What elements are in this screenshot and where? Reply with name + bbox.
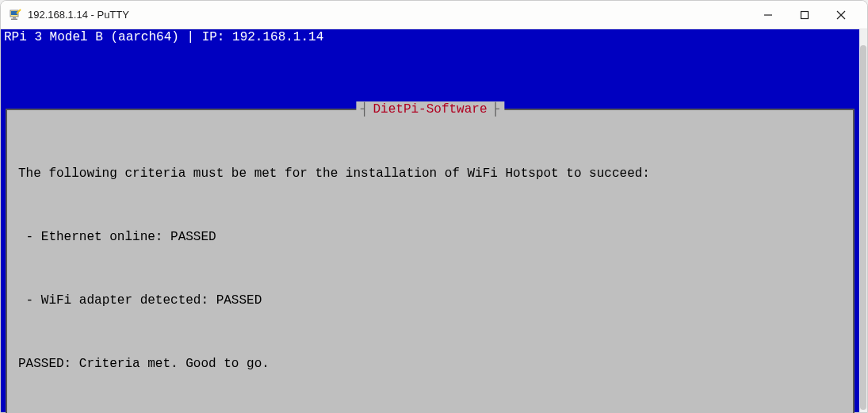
window-controls [750,1,859,29]
criteria-wifi: - WiFi adapter detected: PASSED [18,293,842,308]
title-bar-right: ├ [492,101,500,117]
svg-rect-3 [11,18,17,20]
titlebar[interactable]: 192.168.1.14 - PuTTY [1,1,867,29]
maximize-button[interactable] [786,1,823,29]
scrollbar-track[interactable] [859,29,867,412]
status-line: RPi 3 Model B (aarch64) | IP: 192.168.1.… [1,29,859,45]
dialog-intro: The following criteria must be met for t… [18,166,842,182]
terminal-area[interactable]: RPi 3 Model B (aarch64) | IP: 192.168.1.… [1,29,867,412]
scrollbar-thumb[interactable] [860,45,866,410]
putty-icon [9,9,21,21]
svg-rect-5 [801,11,809,18]
criteria-result: PASSED: Criteria met. Good to go. [18,356,842,372]
dialog-body: The following criteria must be met for t… [18,134,842,413]
svg-rect-2 [13,17,16,19]
title-bar-left: ┤ [361,101,369,117]
dialog-wrapper: ┤ DietPi-Software ├ The following criter… [6,109,855,413]
dietpi-dialog: ┤ DietPi-Software ├ The following criter… [6,109,855,413]
window-title: 192.168.1.14 - PuTTY [28,9,750,21]
putty-window: 192.168.1.14 - PuTTY RPi 3 Model B (aarc… [0,0,868,413]
dialog-title-wrap: ┤ DietPi-Software ├ [356,101,504,117]
minimize-button[interactable] [750,1,786,29]
close-button[interactable] [823,1,859,29]
dialog-title: DietPi-Software [373,101,487,117]
criteria-ethernet: - Ethernet online: PASSED [18,229,842,245]
